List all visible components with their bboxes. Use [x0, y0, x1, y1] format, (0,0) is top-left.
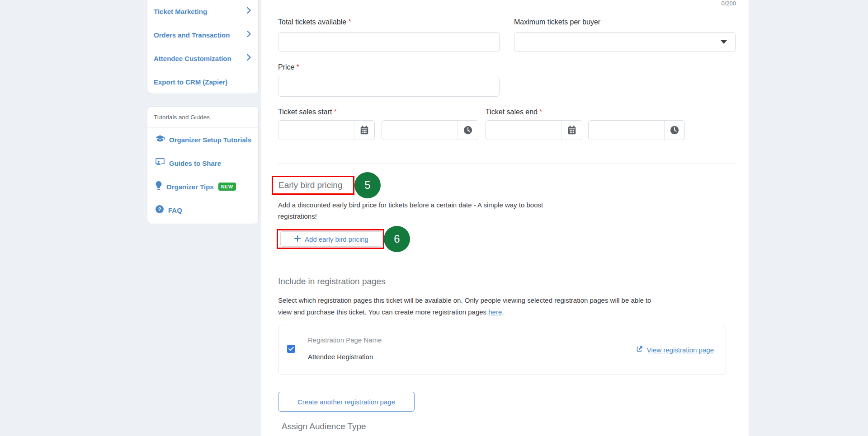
view-registration-page-link[interactable]: View registration page: [647, 346, 714, 354]
registration-page-name: Attendee Registration: [308, 353, 373, 361]
svg-text:?: ?: [158, 206, 161, 212]
price-label: Price*: [278, 63, 299, 71]
sales-end-label: Ticket sales end*: [486, 108, 542, 116]
early-bird-description: Add a discounted early bird price for ti…: [278, 199, 613, 222]
sales-start-time-input[interactable]: [382, 120, 478, 140]
total-tickets-label: Total tickets available*: [278, 18, 351, 26]
lightbulb-icon: [156, 181, 162, 192]
chevron-right-icon: [247, 31, 251, 39]
registration-section-title: Include in registration pages: [278, 277, 386, 286]
sidebar-item-label: Export to CRM (Zapier): [154, 78, 227, 86]
max-tickets-label: Maximum tickets per buyer: [514, 18, 600, 26]
annotation-box-early-bird: Early bird pricing: [272, 176, 354, 195]
calendar-icon[interactable]: [561, 121, 582, 140]
question-circle-icon: ?: [156, 205, 164, 215]
sidebar-item-export-crm[interactable]: Export to CRM (Zapier): [147, 70, 258, 94]
sidebar-nav-card: Ticket Marketing Orders and Transaction …: [147, 0, 259, 94]
sidebar-item-label: Orders and Transaction: [154, 31, 230, 39]
sidebar-item-faq[interactable]: ? FAQ: [147, 198, 258, 222]
sidebar-item-label: Ticket Marketing: [154, 8, 207, 15]
section-divider: [278, 163, 736, 164]
create-registration-page-button[interactable]: Create another registration page: [278, 392, 415, 412]
chevron-right-icon: [247, 7, 251, 15]
graduation-cap-icon: [156, 135, 165, 145]
sales-end-time-input[interactable]: [588, 120, 685, 140]
audience-section-title: Assign Audience Type: [282, 422, 366, 431]
external-link-icon: [635, 345, 643, 355]
sidebar-item-organizer-tips[interactable]: Organizer Tips NEW: [147, 175, 258, 198]
sidebar-item-orders-transaction[interactable]: Orders and Transaction: [147, 23, 258, 47]
sidebar-item-label: Attendee Customization: [154, 55, 231, 62]
required-asterisk: *: [348, 18, 351, 26]
sales-start-date-input[interactable]: [278, 120, 375, 140]
sidebar-item-label: Guides to Share: [169, 159, 221, 167]
total-tickets-input[interactable]: [278, 32, 500, 52]
plus-icon: [294, 235, 301, 243]
max-tickets-select[interactable]: [514, 32, 736, 52]
required-asterisk: *: [334, 108, 336, 116]
registration-page-checkbox[interactable]: [287, 345, 295, 353]
here-link[interactable]: here: [488, 308, 502, 316]
annotation-box-add-early-bird: Add early bird pricing: [277, 229, 384, 249]
tutorials-card: Tutorials and Guides Organizer Setup Tut…: [147, 106, 259, 224]
char-counter: 0/200: [721, 0, 736, 7]
tutorials-header: Tutorials and Guides: [147, 107, 258, 128]
required-asterisk: *: [296, 63, 299, 71]
section-divider: [278, 264, 736, 264]
registration-description: Select which registration pages this tic…: [278, 295, 736, 318]
presentation-person-icon: [156, 158, 165, 168]
chevron-right-icon: [247, 54, 251, 62]
sidebar-item-organizer-setup-tutorials[interactable]: Organizer Setup Tutorials: [147, 128, 258, 151]
add-early-bird-button[interactable]: Add early bird pricing: [280, 231, 382, 247]
sidebar-item-ticket-marketing[interactable]: Ticket Marketing: [147, 0, 258, 23]
sidebar-item-label: Organizer Setup Tutorials: [169, 136, 251, 144]
registration-page-name-header: Registration Page Name: [308, 336, 382, 344]
price-input[interactable]: [278, 77, 500, 97]
sidebar-item-label: Organizer Tips: [166, 183, 214, 191]
sidebar-item-attendee-customization[interactable]: Attendee Customization: [147, 47, 258, 70]
sidebar-item-label: FAQ: [168, 206, 182, 214]
clock-icon[interactable]: [664, 121, 684, 140]
sales-end-date-input[interactable]: [486, 120, 582, 140]
calendar-icon[interactable]: [354, 121, 374, 140]
ticket-form-panel: 0/200 Total tickets available* Maximum t…: [261, 0, 749, 436]
registration-page-card: Registration Page Name Attendee Registra…: [278, 325, 726, 375]
annotation-step-5: 5: [354, 172, 381, 198]
annotation-step-6: 6: [384, 226, 410, 252]
clock-icon[interactable]: [458, 121, 478, 140]
caret-down-icon: [721, 40, 727, 44]
sales-start-label: Ticket sales start*: [278, 108, 337, 116]
sidebar-item-guides-to-share[interactable]: Guides to Share: [147, 151, 258, 175]
early-bird-title: Early bird pricing: [273, 180, 343, 190]
new-badge: NEW: [218, 183, 236, 191]
required-asterisk: *: [539, 108, 542, 116]
